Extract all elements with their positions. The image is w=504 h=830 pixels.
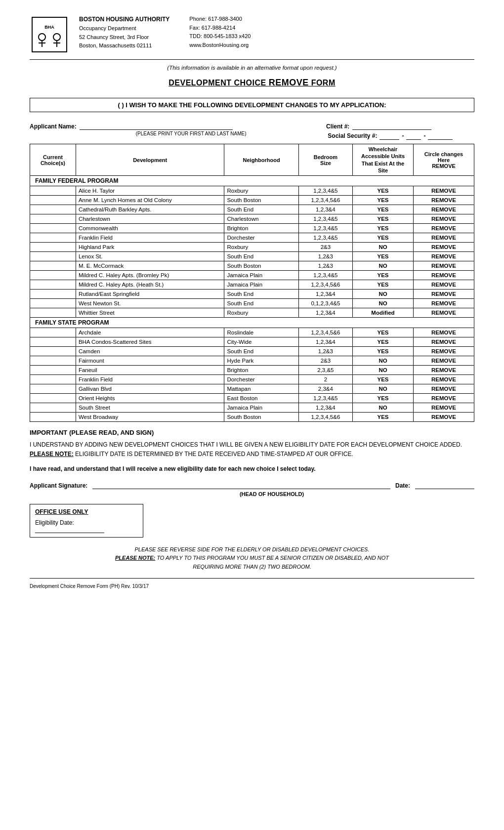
development-cell: Rutland/East Springfield (76, 290, 224, 299)
date-field[interactable] (415, 481, 474, 489)
org-name: BOSTON HOUSING AUTHORITY (79, 16, 169, 23)
current-choice-cell[interactable] (30, 356, 76, 366)
neighborhood-cell: South End (224, 252, 298, 261)
important-text-main: I UNDERSTAND BY ADDING NEW DEVELOPMENT C… (30, 441, 462, 448)
remove-cell[interactable]: REMOVE (413, 243, 474, 252)
remove-cell[interactable]: REMOVE (413, 403, 474, 413)
neighborhood-cell: Hyde Park (224, 356, 298, 366)
remove-cell[interactable]: REMOVE (413, 233, 474, 243)
remove-cell[interactable]: REMOVE (413, 290, 474, 299)
footer-line3: REQUIRING MORE THAN (2) TWO BEDROOM. (193, 564, 311, 570)
form-version: Development Choice Remove Form (PH) Rev.… (30, 583, 474, 589)
remove-cell[interactable]: REMOVE (413, 337, 474, 347)
applicant-name-field[interactable] (80, 122, 233, 130)
development-cell: Mildred C. Haley Apts. (Bromley Pk) (76, 271, 224, 280)
important-body: I UNDERSTAND BY ADDING NEW DEVELOPMENT C… (30, 440, 474, 459)
th-wheelchair: WheelchairAccessible UnitsThat Exist At … (353, 144, 414, 176)
remove-cell[interactable]: REMOVE (413, 299, 474, 308)
remove-cell[interactable]: REMOVE (413, 308, 474, 318)
current-choice-cell[interactable] (30, 375, 76, 384)
development-cell: South Street (76, 403, 224, 413)
current-choice-cell[interactable] (30, 271, 76, 280)
remove-cell[interactable]: REMOVE (413, 347, 474, 356)
remove-cell[interactable]: REMOVE (413, 196, 474, 205)
ssn-field-1[interactable] (379, 132, 399, 140)
signature-section: Applicant Signature: Date: (30, 481, 474, 489)
neighborhood-cell: City-Wide (224, 337, 298, 347)
client-label: Client #: (326, 123, 349, 130)
development-cell: West Broadway (76, 413, 224, 422)
current-choice-cell[interactable] (30, 394, 76, 403)
current-choice-cell[interactable] (30, 403, 76, 413)
client-number-field[interactable] (352, 122, 431, 130)
table-row: M. E. McCormack South Boston 1,2&3 NO RE… (30, 261, 474, 271)
hoh-label: (HEAD OF HOUSEHOLD) (69, 491, 474, 497)
eligibility-field[interactable] (35, 526, 104, 533)
current-choice-cell[interactable] (30, 214, 76, 224)
current-choice-cell[interactable] (30, 186, 76, 196)
table-row: Archdale Roslindale 1,2,3,4,5&6 YES REMO… (30, 328, 474, 337)
remove-cell[interactable]: REMOVE (413, 394, 474, 403)
ssn-field-2[interactable] (406, 132, 421, 140)
remove-cell[interactable]: REMOVE (413, 413, 474, 422)
current-choice-cell[interactable] (30, 224, 76, 233)
wheelchair-cell: NO (353, 290, 414, 299)
current-choice-cell[interactable] (30, 384, 76, 394)
current-choice-cell[interactable] (30, 347, 76, 356)
remove-cell[interactable]: REMOVE (413, 252, 474, 261)
org-address2: Boston, Massachusetts 02111 (79, 42, 152, 48)
remove-cell[interactable]: REMOVE (413, 280, 474, 290)
remove-cell[interactable]: REMOVE (413, 356, 474, 366)
wheelchair-cell: YES (353, 347, 414, 356)
form-title-remove: REMOVE (269, 78, 309, 87)
development-cell: Camden (76, 347, 224, 356)
current-choice-cell[interactable] (30, 299, 76, 308)
current-choice-cell[interactable] (30, 261, 76, 271)
wheelchair-cell: YES (353, 224, 414, 233)
wheelchair-cell: Modified (353, 308, 414, 318)
current-choice-cell[interactable] (30, 243, 76, 252)
neighborhood-cell: South End (224, 347, 298, 356)
development-cell: Orient Heights (76, 394, 224, 403)
applicant-name-label: Applicant Name: (30, 123, 77, 130)
current-choice-cell[interactable] (30, 252, 76, 261)
development-cell: Commonwealth (76, 224, 224, 233)
neighborhood-cell: Mattapan (224, 384, 298, 394)
current-choice-cell[interactable] (30, 205, 76, 214)
current-choice-cell[interactable] (30, 280, 76, 290)
bedroom-cell: 1,2,3&4 (298, 308, 352, 318)
neighborhood-cell: Jamaica Plain (224, 403, 298, 413)
current-choice-cell[interactable] (30, 366, 76, 375)
remove-cell[interactable]: REMOVE (413, 271, 474, 280)
remove-cell[interactable]: REMOVE (413, 375, 474, 384)
signature-field[interactable] (92, 481, 390, 489)
remove-cell[interactable]: REMOVE (413, 224, 474, 233)
current-choice-cell[interactable] (30, 413, 76, 422)
org-dept: Occupancy Department (79, 25, 136, 31)
current-choice-cell[interactable] (30, 290, 76, 299)
table-row: Cathedral/Ruth Barkley Apts. South End 1… (30, 205, 474, 214)
neighborhood-cell: Brighton (224, 224, 298, 233)
remove-cell[interactable]: REMOVE (413, 205, 474, 214)
current-choice-cell[interactable] (30, 308, 76, 318)
remove-cell[interactable]: REMOVE (413, 366, 474, 375)
svg-point-5 (53, 34, 60, 41)
remove-cell[interactable]: REMOVE (413, 384, 474, 394)
wheelchair-cell: YES (353, 186, 414, 196)
neighborhood-cell: Dorchester (224, 375, 298, 384)
remove-cell[interactable]: REMOVE (413, 186, 474, 196)
th-circle: Circle changesHereREMOVE (413, 144, 474, 176)
ssn-field-3[interactable] (428, 132, 453, 140)
th-bedroom: BedroomSize (298, 144, 352, 176)
remove-cell[interactable]: REMOVE (413, 214, 474, 224)
remove-cell[interactable]: REMOVE (413, 328, 474, 337)
current-choice-cell[interactable] (30, 337, 76, 347)
neighborhood-cell: South Boston (224, 261, 298, 271)
current-choice-cell[interactable] (30, 328, 76, 337)
wheelchair-cell: YES (353, 252, 414, 261)
bedroom-cell: 2&3 (298, 243, 352, 252)
current-choice-cell[interactable] (30, 233, 76, 243)
org-tdd: TDD: 800-545-1833 x420 (189, 33, 251, 39)
current-choice-cell[interactable] (30, 196, 76, 205)
remove-cell[interactable]: REMOVE (413, 261, 474, 271)
